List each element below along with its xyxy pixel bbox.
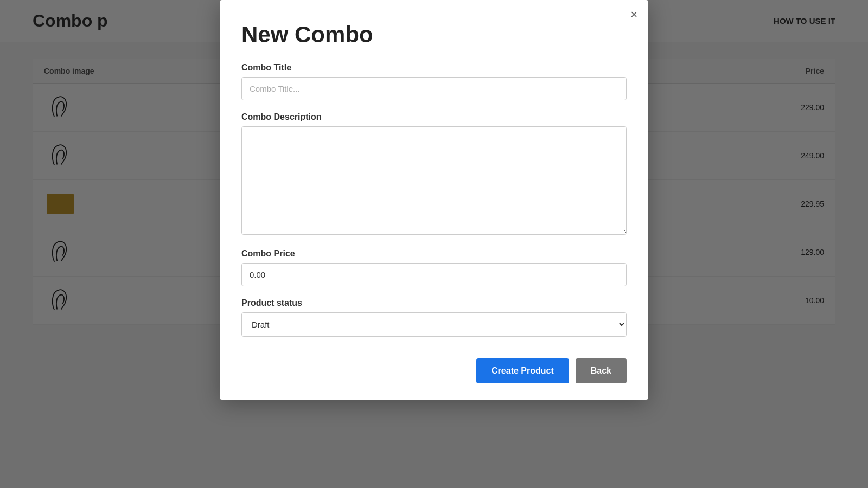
combo-title-group: Combo Title (241, 63, 627, 100)
modal-overlay: × New Combo Combo Title Combo Descriptio… (0, 0, 868, 488)
new-combo-modal: × New Combo Combo Title Combo Descriptio… (220, 0, 648, 400)
combo-title-label: Combo Title (241, 63, 627, 73)
product-status-label: Product status (241, 298, 627, 308)
combo-description-textarea[interactable] (241, 126, 627, 235)
combo-price-input[interactable] (241, 263, 627, 286)
product-status-group: Product status Draft Active Archived (241, 298, 627, 337)
combo-title-input[interactable] (241, 77, 627, 100)
modal-title: New Combo (241, 22, 627, 48)
modal-footer: Create Product Back (241, 353, 627, 383)
combo-price-group: Combo Price (241, 249, 627, 286)
close-button[interactable]: × (630, 9, 637, 21)
back-button[interactable]: Back (576, 358, 627, 383)
combo-description-label: Combo Description (241, 112, 627, 122)
combo-description-group: Combo Description (241, 112, 627, 237)
create-product-button[interactable]: Create Product (476, 358, 569, 383)
combo-price-label: Combo Price (241, 249, 627, 259)
product-status-select[interactable]: Draft Active Archived (241, 312, 627, 337)
